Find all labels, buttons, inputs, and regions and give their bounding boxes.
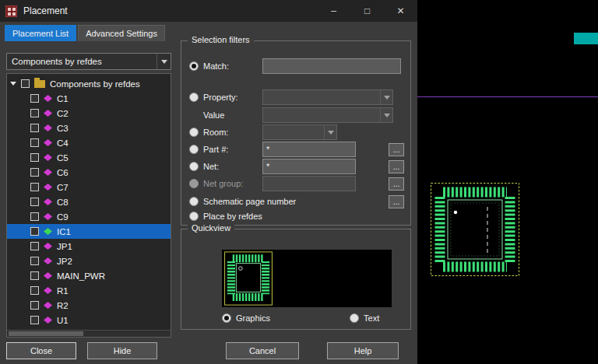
- match-radio[interactable]: [189, 61, 199, 71]
- tree-item-ic1[interactable]: IC1: [7, 224, 171, 239]
- tree-item-label[interactable]: C6: [57, 168, 69, 177]
- tree-item-label[interactable]: C5: [57, 153, 69, 163]
- help-button[interactable]: Help: [327, 342, 399, 359]
- tab-advanced-settings[interactable]: Advanced Settings: [78, 25, 165, 41]
- close-icon[interactable]: ✕: [384, 0, 417, 22]
- part-browse-button[interactable]: ...: [389, 143, 404, 156]
- chevron-down-icon[interactable]: [324, 125, 336, 139]
- components-filter-dropdown[interactable]: Components by refdes: [6, 53, 171, 70]
- match-input[interactable]: [262, 58, 401, 74]
- schematic-page-browse-button[interactable]: ...: [389, 195, 404, 208]
- tree-item-label[interactable]: IC1: [57, 227, 71, 236]
- tree-item-c9[interactable]: C9: [7, 209, 171, 224]
- tree-item-label[interactable]: R2: [57, 301, 69, 310]
- tree-item-main-pwr[interactable]: MAIN_PWR: [7, 268, 171, 283]
- checkbox[interactable]: [30, 316, 39, 324]
- checkbox[interactable]: [30, 212, 39, 221]
- checkbox[interactable]: [30, 183, 39, 191]
- tree-item-label[interactable]: R1: [57, 286, 69, 296]
- titlebar[interactable]: Placement – □ ✕: [0, 0, 417, 22]
- place-by-refdes-radio[interactable]: [189, 212, 199, 221]
- text-radio[interactable]: [350, 313, 359, 323]
- checkbox[interactable]: [30, 124, 39, 132]
- checkbox[interactable]: [21, 79, 30, 88]
- property-radio[interactable]: [189, 93, 199, 102]
- cancel-button[interactable]: Cancel: [226, 342, 299, 359]
- checkbox[interactable]: [30, 153, 39, 162]
- checkbox[interactable]: [30, 138, 39, 147]
- net-browse-button[interactable]: ...: [389, 160, 404, 173]
- checkbox[interactable]: [30, 271, 39, 280]
- tree-item-label[interactable]: C2: [57, 109, 69, 118]
- tree-item-jp1[interactable]: JP1: [7, 239, 171, 254]
- graphics-radio[interactable]: [222, 313, 231, 323]
- tree-item-c8[interactable]: C8: [7, 194, 171, 209]
- component-icon: [44, 154, 52, 161]
- checkbox[interactable]: [30, 301, 39, 310]
- close-button[interactable]: Close: [6, 342, 76, 359]
- tree-item-label[interactable]: C7: [57, 183, 69, 192]
- scrollbar-thumb[interactable]: [9, 331, 83, 336]
- property-dropdown[interactable]: [262, 89, 393, 105]
- net-group-input[interactable]: [262, 176, 356, 191]
- part-input[interactable]: [262, 142, 356, 157]
- quickview-footprint: [223, 251, 273, 306]
- hide-button[interactable]: Hide: [87, 342, 157, 359]
- tree-item-c3[interactable]: C3: [7, 121, 171, 135]
- net-group-radio[interactable]: [189, 179, 199, 188]
- tree-item-label[interactable]: U1: [57, 316, 69, 325]
- tree-item-label[interactable]: MAIN_PWR: [57, 271, 105, 281]
- chevron-down-icon[interactable]: [380, 108, 392, 122]
- minimize-button[interactable]: –: [317, 0, 350, 22]
- checkbox[interactable]: [30, 109, 39, 117]
- checkbox[interactable]: [30, 242, 39, 250]
- checkbox[interactable]: [30, 286, 39, 295]
- canvas-teal-marker: [574, 33, 598, 44]
- tree-item-label[interactable]: JP2: [57, 257, 72, 266]
- tree-root-row[interactable]: Components by refdes: [7, 76, 171, 91]
- net-group-browse-button[interactable]: ...: [389, 177, 404, 191]
- pcb-canvas[interactable]: [417, 0, 598, 364]
- checkbox[interactable]: [30, 257, 39, 265]
- chevron-down-icon[interactable]: [157, 54, 171, 69]
- tree-item-label[interactable]: JP1: [57, 242, 72, 251]
- tree-root-label[interactable]: Components by refdes: [50, 79, 140, 89]
- tree-item-jp2[interactable]: JP2: [7, 254, 171, 268]
- components-filter-value: Components by refdes: [7, 57, 157, 66]
- tab-placement-list[interactable]: Placement List: [5, 25, 76, 41]
- checkbox[interactable]: [30, 198, 39, 206]
- tree-item-c5[interactable]: C5: [7, 150, 171, 165]
- tree-item-r2[interactable]: R2: [7, 298, 171, 313]
- tree-item-label[interactable]: C4: [57, 138, 69, 148]
- part-radio[interactable]: [189, 145, 199, 154]
- net-input[interactable]: [262, 159, 356, 174]
- tree-item-label[interactable]: C8: [57, 198, 69, 207]
- component-icon: [44, 169, 52, 176]
- room-dropdown[interactable]: [262, 124, 337, 140]
- tree-item-r1[interactable]: R1: [7, 283, 171, 298]
- net-radio[interactable]: [189, 162, 199, 171]
- tree-item-c1[interactable]: C1: [7, 91, 171, 106]
- tree-item-c4[interactable]: C4: [7, 135, 171, 150]
- tree-item-label[interactable]: C9: [57, 212, 69, 222]
- tree-item-c6[interactable]: C6: [7, 165, 171, 180]
- expand-arrow-icon[interactable]: [10, 82, 16, 86]
- tree-item-c2[interactable]: C2: [7, 106, 171, 121]
- tree-horizontal-scrollbar[interactable]: [7, 330, 171, 337]
- tree-item-label[interactable]: C1: [57, 94, 69, 103]
- tree-item-label[interactable]: C3: [57, 124, 69, 133]
- checkbox[interactable]: [30, 168, 39, 177]
- checkbox[interactable]: [30, 94, 39, 103]
- chevron-down-icon[interactable]: [380, 90, 392, 104]
- schematic-page-radio[interactable]: [189, 197, 199, 206]
- checkbox[interactable]: [30, 227, 39, 236]
- net-label: Net:: [203, 162, 258, 171]
- net-row: Net: ...: [189, 159, 404, 174]
- room-radio[interactable]: [189, 128, 199, 137]
- graphics-label: Graphics: [236, 313, 270, 323]
- tree-item-c7[interactable]: C7: [7, 180, 171, 194]
- maximize-button[interactable]: □: [350, 0, 384, 22]
- pcb-footprint-ic1[interactable]: [430, 182, 520, 277]
- value-dropdown[interactable]: [262, 107, 393, 123]
- tree-item-u1[interactable]: U1: [7, 313, 171, 327]
